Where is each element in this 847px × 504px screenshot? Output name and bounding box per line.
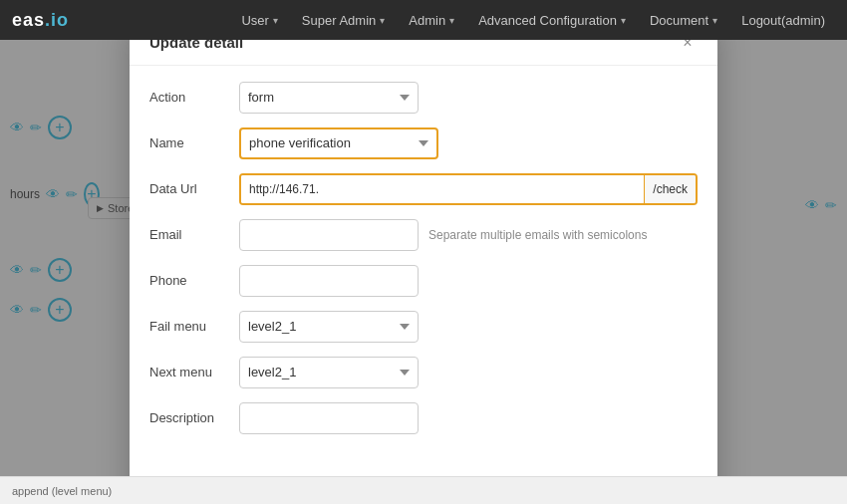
next-menu-select[interactable]: level2_1 [239,357,419,388]
chevron-down-icon: ▾ [449,15,454,26]
fail-menu-select[interactable]: level2_1 [239,311,419,343]
name-label: Name [149,135,239,150]
modal-title: Update detail [149,40,243,51]
description-label: Description [149,410,239,425]
data-url-input[interactable] [241,175,644,203]
navbar: eas.io User ▾ Super Admin ▾ Admin ▾ Adva… [0,0,847,40]
nav-user[interactable]: User ▾ [231,9,287,32]
action-select[interactable]: form [239,82,419,114]
chevron-down-icon: ▾ [621,15,626,26]
nav-super-admin[interactable]: Super Admin ▾ [292,9,395,32]
chevron-down-icon: ▾ [273,15,278,26]
action-row: Action form [149,82,698,114]
description-row: Description [149,402,698,434]
name-select[interactable]: phone verification [239,127,438,159]
action-label: Action [149,90,239,105]
data-url-row: Data Url /check [149,173,698,205]
email-hint: Separate multiple emails with semicolons [428,228,647,242]
chevron-down-icon: ▾ [380,15,385,26]
bottom-label: append (level menu) [12,485,112,497]
nav-menu: User ▾ Super Admin ▾ Admin ▾ Advanced Co… [231,9,835,32]
background-content: 👁 ✏ + hours 👁 ✏ + ▶ Store 👁 ✏ 👁 ✏ + 👁 ✏ … [0,40,847,504]
nav-document[interactable]: Document ▾ [640,9,727,32]
nav-advanced-config[interactable]: Advanced Configuration ▾ [468,9,636,32]
data-url-label: Data Url [149,181,239,196]
description-input[interactable] [239,402,419,434]
nav-admin[interactable]: Admin ▾ [399,9,464,32]
modal-body: Action form Name phone verification Data… [130,66,717,464]
phone-input[interactable] [239,265,419,297]
fail-menu-label: Fail menu [149,319,239,334]
next-menu-row: Next menu level2_1 [149,357,698,388]
phone-label: Phone [149,273,239,288]
bottom-bar: append (level menu) [0,476,847,504]
fail-menu-row: Fail menu level2_1 [149,311,698,343]
nav-logout[interactable]: Logout(admin) [731,9,835,32]
email-row: Email Separate multiple emails with semi… [149,219,698,251]
chevron-down-icon: ▾ [712,15,717,26]
email-input[interactable] [239,219,419,251]
data-url-suffix: /check [644,175,696,203]
phone-row: Phone [149,265,698,297]
email-label: Email [149,227,239,242]
close-button[interactable]: × [678,40,698,53]
modal-header: Update detail × [130,40,717,66]
name-row: Name phone verification [149,127,698,159]
modal-overlay: Update detail × Action form Name phone v… [0,40,847,504]
next-menu-label: Next menu [149,365,239,379]
data-url-field: /check [239,173,698,205]
brand-logo: eas.io [12,10,69,31]
update-detail-modal: Update detail × Action form Name phone v… [130,40,717,504]
